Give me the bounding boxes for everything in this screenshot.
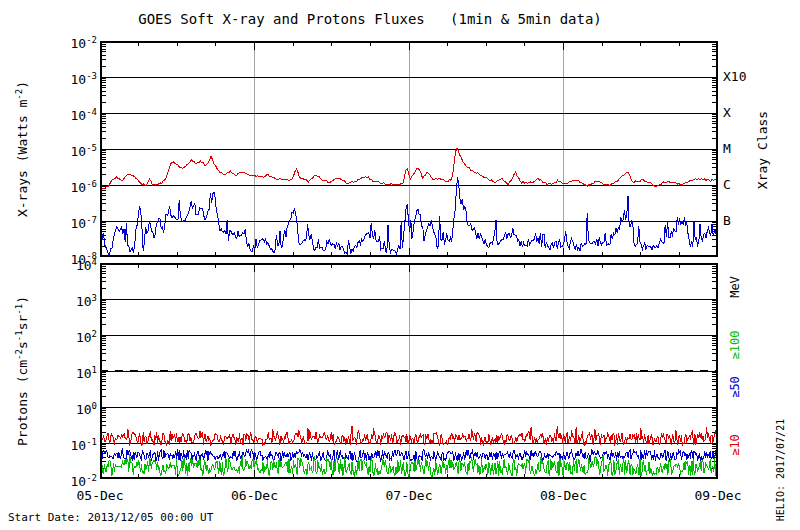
ytick-label-10e-7: 10-7 [33, 213, 97, 231]
goes-flux-figure: GOES Soft X-ray and Protons Fluxes (1min… [0, 0, 800, 530]
xtick-label-08-Dec: 08-Dec [519, 488, 609, 503]
proton-axis-title: Protons (cm-2s-1sr-1) [14, 296, 30, 446]
ytick-label-10e2: 102 [33, 327, 97, 345]
xtick-label-07-Dec: 07-Dec [364, 488, 454, 503]
ytick-label-10e-6: 10-6 [33, 177, 97, 195]
proton-panel-plot [100, 263, 718, 479]
xtick-label-05-Dec: 05-Dec [55, 488, 145, 503]
chart-title: GOES Soft X-ray and Protons Fluxes (1min… [0, 11, 740, 27]
ytick-label-10e-5: 10-5 [33, 141, 97, 159]
ytick-label-10e-2: 10-2 [33, 471, 97, 489]
ytick-label-10e4: 104 [33, 255, 97, 273]
ytick-label-10e-2: 10-2 [33, 33, 97, 51]
mev-label-MeV: MeV [728, 276, 742, 298]
helio-stamp: HELIO: 2017/07/21 [775, 419, 786, 521]
xray-class-label-X: X [723, 106, 731, 120]
xray-class-label-X10: X10 [723, 70, 746, 84]
ytick-label-10e1: 101 [33, 363, 97, 381]
ytick-label-10e3: 103 [33, 291, 97, 309]
xray-class-label-B: B [723, 214, 731, 228]
ytick-label-10e-4: 10-4 [33, 105, 97, 123]
start-date-label: Start Date: 2013/12/05 00:00 UT [8, 511, 213, 524]
xray-axis-title: X-rays (Watts m-2) [14, 81, 30, 217]
ytick-label-10e0: 100 [33, 399, 97, 417]
xray-class-label-C: C [723, 178, 731, 192]
xray-panel-plot [100, 41, 718, 257]
ytick-label-10e-3: 10-3 [33, 69, 97, 87]
mev-label-10: ≥10 [728, 434, 742, 456]
ytick-label-10e-1: 10-1 [33, 435, 97, 453]
mev-label-100: ≥100 [728, 331, 742, 360]
xray-class-label-M: M [723, 142, 731, 156]
mev-label-50: ≥50 [728, 376, 742, 398]
xray-short-05-4A-line [100, 177, 717, 254]
xtick-label-06-Dec: 06-Dec [210, 488, 300, 503]
xtick-label-09-Dec: 09-Dec [673, 488, 763, 503]
xray-class-axis-title: Xray Class [755, 111, 770, 189]
